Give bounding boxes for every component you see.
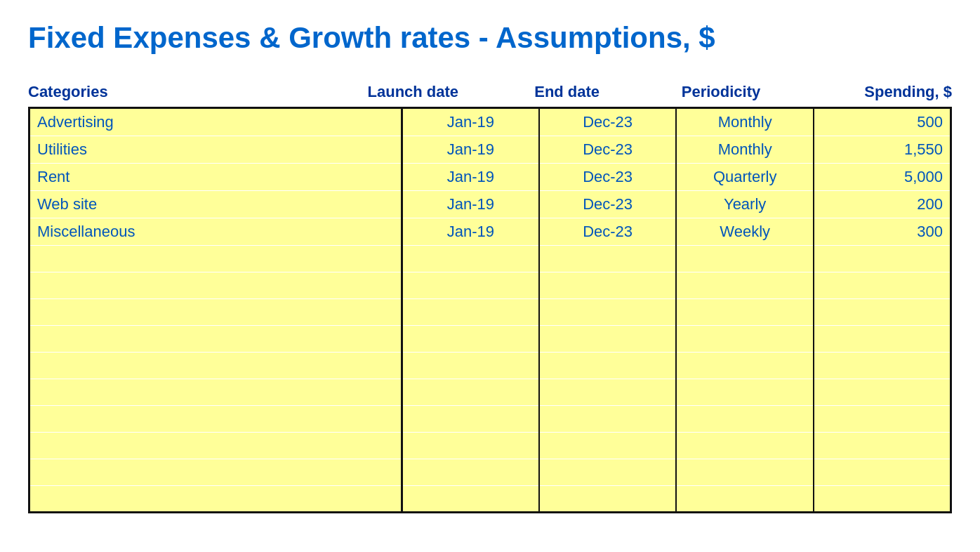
cell-launch-date [402, 486, 539, 513]
cell-spending [814, 326, 951, 353]
cell-periodicity: Yearly [676, 191, 814, 218]
cell-launch-date [402, 353, 539, 379]
cell-category [29, 353, 402, 379]
cell-periodicity: Weekly [676, 218, 814, 246]
header-categories: Categories [28, 83, 336, 101]
cell-category: Miscellaneous [29, 218, 402, 246]
cell-launch-date [402, 406, 539, 433]
cell-end-date [539, 406, 677, 433]
cell-launch-date [402, 299, 539, 326]
cell-category [29, 326, 402, 353]
cell-end-date [539, 299, 677, 326]
cell-launch-date: Jan-19 [402, 136, 539, 164]
table-row[interactable] [29, 272, 951, 299]
cell-spending [814, 246, 951, 272]
cell-category [29, 299, 402, 326]
header-periodicity: Periodicity [644, 83, 797, 101]
table-row[interactable] [29, 246, 951, 272]
cell-category: Utilities [29, 136, 402, 164]
table-row[interactable] [29, 379, 951, 406]
cell-periodicity [676, 299, 814, 326]
cell-spending [814, 459, 951, 486]
cell-launch-date [402, 326, 539, 353]
table-row[interactable]: RentJan-19Dec-23Quarterly5,000 [29, 164, 951, 191]
cell-periodicity [676, 326, 814, 353]
cell-periodicity [676, 353, 814, 379]
cell-launch-date: Jan-19 [402, 218, 539, 246]
cell-launch-date: Jan-19 [402, 191, 539, 218]
cell-category [29, 406, 402, 433]
header-launch-date: Launch date [336, 83, 490, 101]
table-row[interactable] [29, 486, 951, 513]
cell-periodicity: Quarterly [676, 164, 814, 191]
cell-launch-date [402, 433, 539, 459]
cell-category [29, 459, 402, 486]
cell-spending [814, 379, 951, 406]
table-row[interactable] [29, 459, 951, 486]
cell-launch-date: Jan-19 [402, 164, 539, 191]
page-title: Fixed Expenses & Growth rates - Assumpti… [28, 21, 952, 55]
cell-end-date: Dec-23 [539, 218, 677, 246]
cell-launch-date: Jan-19 [402, 108, 539, 136]
cell-periodicity [676, 459, 814, 486]
cell-category [29, 486, 402, 513]
table-row[interactable] [29, 433, 951, 459]
cell-category: Advertising [29, 108, 402, 136]
cell-category [29, 246, 402, 272]
cell-end-date [539, 246, 677, 272]
table-row[interactable]: UtilitiesJan-19Dec-23Monthly1,550 [29, 136, 951, 164]
table-row[interactable] [29, 406, 951, 433]
table-row[interactable] [29, 299, 951, 326]
table-headers: Categories Launch date End date Periodic… [28, 83, 952, 107]
cell-launch-date [402, 379, 539, 406]
cell-end-date [539, 353, 677, 379]
cell-end-date: Dec-23 [539, 164, 677, 191]
cell-periodicity [676, 486, 814, 513]
table-row[interactable] [29, 353, 951, 379]
cell-launch-date [402, 272, 539, 299]
cell-periodicity [676, 272, 814, 299]
cell-end-date [539, 326, 677, 353]
cell-end-date: Dec-23 [539, 191, 677, 218]
cell-category [29, 272, 402, 299]
header-spending: Spending, $ [798, 83, 952, 101]
cell-spending [814, 433, 951, 459]
table-row[interactable] [29, 326, 951, 353]
cell-end-date [539, 459, 677, 486]
cell-spending [814, 406, 951, 433]
cell-end-date [539, 379, 677, 406]
cell-periodicity [676, 246, 814, 272]
data-table: AdvertisingJan-19Dec-23Monthly500Utiliti… [28, 107, 952, 513]
cell-spending: 5,000 [814, 164, 951, 191]
header-end-date: End date [490, 83, 644, 101]
cell-spending: 500 [814, 108, 951, 136]
cell-spending [814, 353, 951, 379]
cell-end-date: Dec-23 [539, 108, 677, 136]
cell-spending [814, 272, 951, 299]
cell-periodicity [676, 433, 814, 459]
cell-spending: 1,550 [814, 136, 951, 164]
cell-spending [814, 299, 951, 326]
cell-periodicity [676, 406, 814, 433]
cell-spending: 300 [814, 218, 951, 246]
table-container: Categories Launch date End date Periodic… [28, 83, 952, 513]
cell-end-date: Dec-23 [539, 136, 677, 164]
cell-category: Rent [29, 164, 402, 191]
cell-periodicity: Monthly [676, 136, 814, 164]
table-row[interactable]: MiscellaneousJan-19Dec-23Weekly300 [29, 218, 951, 246]
cell-category [29, 379, 402, 406]
cell-spending: 200 [814, 191, 951, 218]
cell-periodicity [676, 379, 814, 406]
cell-launch-date [402, 246, 539, 272]
cell-category [29, 433, 402, 459]
cell-end-date [539, 272, 677, 299]
table-row[interactable]: AdvertisingJan-19Dec-23Monthly500 [29, 108, 951, 136]
cell-launch-date [402, 459, 539, 486]
cell-end-date [539, 486, 677, 513]
cell-spending [814, 486, 951, 513]
table-row[interactable]: Web siteJan-19Dec-23Yearly200 [29, 191, 951, 218]
cell-category: Web site [29, 191, 402, 218]
cell-periodicity: Monthly [676, 108, 814, 136]
cell-end-date [539, 433, 677, 459]
